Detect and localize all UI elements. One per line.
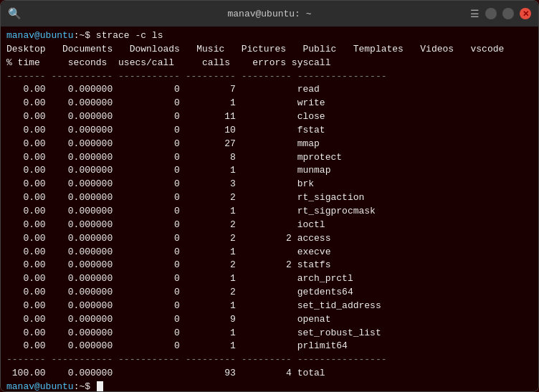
table-row: 0.00 0.000000 0 9 openat xyxy=(6,313,533,327)
table-row: 0.00 0.000000 0 7 read xyxy=(6,83,533,97)
titlebar-title: manav@ubuntu: ~ xyxy=(227,9,311,19)
table-row: 0.00 0.000000 0 1 execve xyxy=(6,246,533,259)
close-button[interactable]: ✕ xyxy=(520,8,531,19)
table-row: 0.00 0.000000 0 1 write xyxy=(6,97,533,110)
table-row: 0.00 0.000000 0 11 close xyxy=(6,110,533,124)
cursor xyxy=(97,381,103,391)
separator-bottom: ------- ----------- ----------- --------… xyxy=(6,353,533,367)
table-row: 0.00 0.000000 0 2 rt_sigaction xyxy=(6,191,533,205)
table-row: 0.00 0.000000 0 3 brk xyxy=(6,178,533,191)
prompt-line: manav@ubuntu:~$ strace -c ls xyxy=(6,29,533,43)
table-row: 0.00 0.000000 0 27 mmap xyxy=(6,138,533,151)
prompt-end: manav@ubuntu:~$ xyxy=(6,381,533,391)
maximize-button[interactable] xyxy=(502,8,514,19)
terminal-body[interactable]: manav@ubuntu:~$ strace -c ls Desktop Doc… xyxy=(1,27,538,391)
table-row: 0.00 0.000000 0 2 2 access xyxy=(6,232,533,246)
titlebar-left: 🔍 xyxy=(8,7,22,21)
search-icon[interactable]: 🔍 xyxy=(8,7,22,21)
table-row: 0.00 0.000000 0 1 munmap xyxy=(6,164,533,178)
table-row: 0.00 0.000000 0 2 2 statfs xyxy=(6,259,533,272)
table-row: 0.00 0.000000 0 2 getdents64 xyxy=(6,286,533,300)
table-row: 0.00 0.000000 0 1 arch_prctl xyxy=(6,272,533,286)
table-row: 0.00 0.000000 0 8 mprotect xyxy=(6,151,533,165)
separator-top: ------- ----------- ----------- --------… xyxy=(6,70,533,84)
terminal-window: 🔍 manav@ubuntu: ~ ☰ ✕ manav@ubuntu:~$ st… xyxy=(0,0,539,392)
minimize-button[interactable] xyxy=(485,8,497,19)
table-row: 0.00 0.000000 0 1 prlimit64 xyxy=(6,340,533,353)
table-row: 0.00 0.000000 0 2 ioctl xyxy=(6,219,533,232)
table-row: 0.00 0.000000 0 1 set_robust_list xyxy=(6,327,533,340)
col-header: % time seconds usecs/call calls errors s… xyxy=(6,57,533,70)
table-row: 0.00 0.000000 0 1 set_tid_address xyxy=(6,300,533,313)
tab-line: Desktop Documents Downloads Music Pictur… xyxy=(6,43,533,57)
table-row: 0.00 0.000000 0 10 fstat xyxy=(6,124,533,138)
hamburger-icon[interactable]: ☰ xyxy=(470,8,480,20)
titlebar-controls: ☰ ✕ xyxy=(470,8,531,20)
table-row: 0.00 0.000000 0 1 rt_sigprocmask xyxy=(6,205,533,219)
total-line: 100.00 0.000000 93 4 total xyxy=(6,367,533,381)
titlebar: 🔍 manav@ubuntu: ~ ☰ ✕ xyxy=(1,1,538,27)
